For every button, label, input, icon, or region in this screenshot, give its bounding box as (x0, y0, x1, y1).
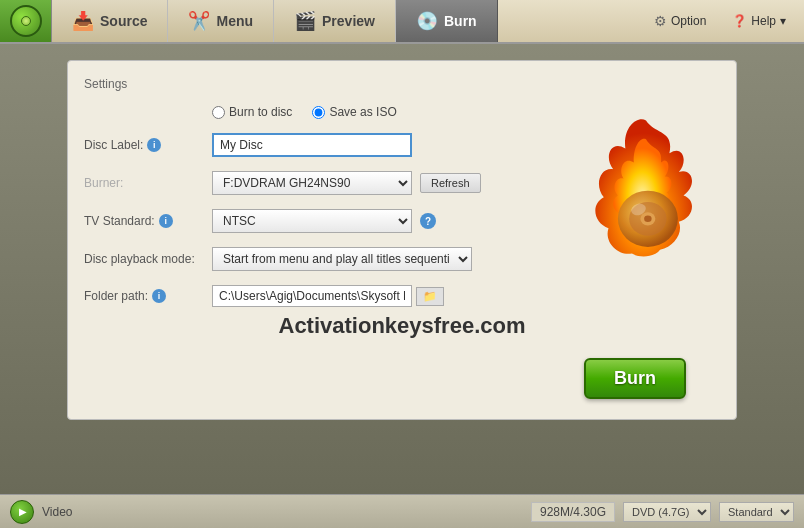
app-logo (0, 0, 52, 42)
watermark-text: Activationkeysfree.com (279, 313, 526, 339)
burn-mode-radio-group: Burn to disc Save as ISO (212, 105, 397, 119)
logo-circle (10, 5, 42, 37)
help-icon: ❓ (732, 14, 747, 28)
source-tab-icon: 📥 (72, 10, 94, 32)
option-label: Option (671, 14, 706, 28)
tab-menu[interactable]: ✂️ Menu (168, 0, 274, 42)
burn-to-disc-label: Burn to disc (229, 105, 292, 119)
burner-label: Burner: (84, 176, 204, 190)
top-navigation: 📥 Source ✂️ Menu 🎬 Preview 💿 Burn ⚙ Opti… (0, 0, 804, 44)
tab-preview[interactable]: 🎬 Preview (274, 0, 396, 42)
tab-burn[interactable]: 💿 Burn (396, 0, 498, 42)
save-as-iso-radio[interactable] (312, 106, 325, 119)
play-button[interactable]: ▶ (10, 500, 34, 524)
size-label: 928M/4.30G (531, 502, 615, 522)
main-content: Settings Burn to disc Save as ISO Disc L… (0, 44, 804, 494)
save-as-iso-option[interactable]: Save as ISO (312, 105, 396, 119)
status-right-controls: 928M/4.30G DVD (4.7G) DVD (8.5G) Standar… (531, 502, 794, 522)
play-icon: ▶ (19, 506, 27, 517)
disc-label-label: Disc Label: i (84, 138, 204, 152)
help-button[interactable]: ❓ Help ▾ (724, 10, 794, 32)
refresh-button[interactable]: Refresh (420, 173, 481, 193)
option-button[interactable]: ⚙ Option (646, 9, 714, 33)
tab-source[interactable]: 📥 Source (52, 0, 168, 42)
burn-to-disc-radio[interactable] (212, 106, 225, 119)
folder-path-info-icon[interactable]: i (152, 289, 166, 303)
nav-right-controls: ⚙ Option ❓ Help ▾ (646, 0, 804, 42)
flame-svg (586, 111, 706, 261)
disc-playback-select[interactable]: Start from menu and play all titles sequ… (212, 247, 472, 271)
folder-input-row: 📁 (212, 285, 444, 307)
disc-label-input[interactable] (212, 133, 412, 157)
burn-tab-label: Burn (444, 13, 477, 29)
menu-tab-icon: ✂️ (188, 10, 210, 32)
source-tab-label: Source (100, 13, 147, 29)
folder-path-input[interactable] (212, 285, 412, 307)
burn-button[interactable]: Burn (584, 358, 686, 399)
preview-tab-label: Preview (322, 13, 375, 29)
svg-point-3 (644, 216, 652, 223)
burn-tab-icon: 💿 (416, 10, 438, 32)
folder-path-label: Folder path: i (84, 289, 204, 303)
burn-to-disc-option[interactable]: Burn to disc (212, 105, 292, 119)
flame-decoration (586, 111, 706, 261)
help-chevron-icon: ▾ (780, 14, 786, 28)
save-as-iso-label: Save as ISO (329, 105, 396, 119)
gear-icon: ⚙ (654, 13, 667, 29)
preview-tab-icon: 🎬 (294, 10, 316, 32)
tv-standard-select[interactable]: NTSC PAL (212, 209, 412, 233)
quality-select[interactable]: Standard High (719, 502, 794, 522)
help-label: Help (751, 14, 776, 28)
settings-panel: Settings Burn to disc Save as ISO Disc L… (67, 60, 737, 420)
tv-standard-question-icon[interactable]: ? (420, 213, 436, 229)
logo-inner (21, 16, 31, 26)
tv-standard-label: TV Standard: i (84, 214, 204, 228)
folder-browse-button[interactable]: 📁 (416, 287, 444, 306)
disc-label-info-icon[interactable]: i (147, 138, 161, 152)
disc-playback-label: Disc playback mode: (84, 252, 204, 266)
video-tab-label: Video (42, 505, 72, 519)
tv-standard-info-icon[interactable]: i (159, 214, 173, 228)
settings-title: Settings (84, 77, 720, 91)
burner-select[interactable]: F:DVDRAM GH24NS90 (212, 171, 412, 195)
status-bar: ▶ Video 928M/4.30G DVD (4.7G) DVD (8.5G)… (0, 494, 804, 528)
folder-path-row: Folder path: i 📁 (84, 285, 720, 307)
dvd-type-select[interactable]: DVD (4.7G) DVD (8.5G) (623, 502, 711, 522)
menu-tab-label: Menu (216, 13, 253, 29)
